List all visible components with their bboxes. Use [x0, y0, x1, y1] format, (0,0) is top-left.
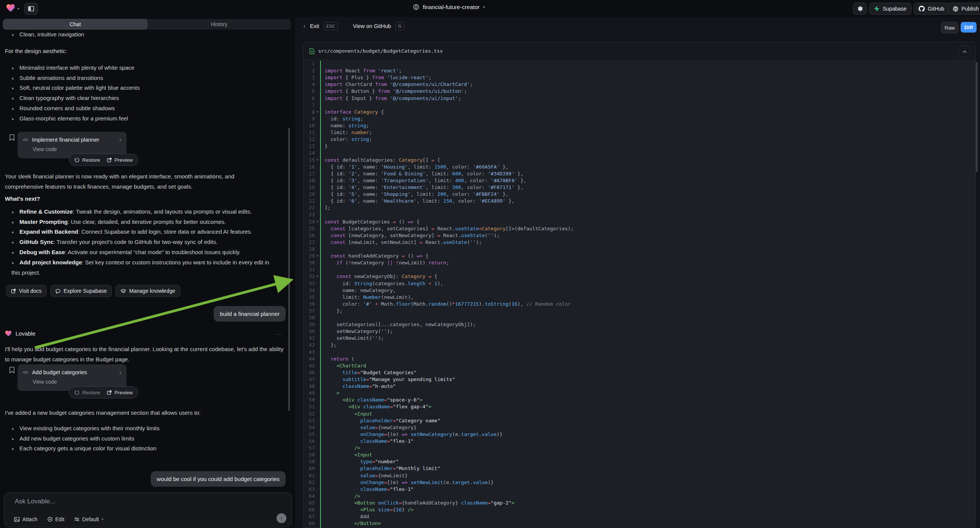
fold-gutter	[315, 445, 320, 452]
code-scrollbar[interactable]	[976, 62, 978, 172]
restore-button[interactable]: Restore	[75, 157, 100, 163]
fold-gutter	[315, 342, 320, 348]
bullet-dot: ●	[11, 436, 14, 442]
code-lines: 12import React from 'react';3import { Pl…	[304, 60, 975, 527]
chevron-up-icon	[963, 50, 967, 53]
list-item: ●View existing budget categories with th…	[11, 423, 279, 434]
bookmark-icon[interactable]	[9, 367, 15, 374]
tab-chat[interactable]: Chat	[3, 19, 147, 30]
supabase-button[interactable]: Supabase	[869, 3, 912, 15]
collapse-button[interactable]	[959, 46, 970, 57]
code-text: <Plus size={16} />	[320, 506, 414, 513]
code-line: 14	[304, 149, 975, 156]
line-number: 25	[304, 225, 315, 232]
fold-gutter	[315, 396, 320, 403]
restore-button[interactable]: Restore	[75, 390, 100, 396]
view-code-link[interactable]: View code	[18, 375, 127, 385]
fold-arrow-icon[interactable]: ▼	[315, 157, 320, 164]
line-number: 13	[304, 143, 315, 149]
fold-arrow-icon[interactable]: ▼	[315, 253, 320, 259]
line-number: 52	[304, 410, 315, 417]
line-number: 19	[304, 184, 315, 191]
mode-select[interactable]: Default ▾	[74, 516, 103, 522]
fold-gutter	[315, 266, 320, 273]
line-number: 56	[304, 438, 315, 445]
settings-button[interactable]	[853, 3, 867, 15]
list-item: ●GitHub Sync: Transfer your project's co…	[11, 237, 279, 248]
chat-scrollbar[interactable]	[288, 128, 290, 411]
message-menu-button[interactable]: …	[276, 329, 282, 336]
send-button[interactable]: ↑	[277, 513, 286, 523]
globe-icon	[953, 6, 958, 12]
code-text: />	[320, 493, 360, 499]
preview-button[interactable]: Preview	[107, 157, 133, 163]
raw-toggle-button[interactable]: Raw	[941, 22, 958, 33]
code-scroll-area[interactable]: 12import React from 'react';3import { Pl…	[304, 60, 975, 528]
fold-gutter	[315, 308, 320, 314]
line-number: 44	[304, 356, 315, 363]
preview-button[interactable]: Preview	[107, 390, 133, 396]
fold-arrow-icon[interactable]: ▼	[315, 109, 320, 116]
code-text: limit: number;	[320, 129, 372, 136]
code-text: import { Plus } from 'lucide-react';	[320, 74, 431, 81]
code-line: 35 limit: Number(newLimit),	[304, 294, 975, 301]
code-line: 55 onChange={(e) => setNewCategory(e.tar…	[304, 431, 975, 438]
fold-gutter	[315, 458, 320, 465]
bookmark-icon[interactable]	[9, 134, 15, 141]
publish-button[interactable]: Publish	[948, 3, 980, 15]
code-icon: <>	[23, 137, 28, 142]
chevron-down-icon[interactable]: ▾	[18, 6, 19, 11]
back-chevron-icon[interactable]: ‹	[304, 23, 305, 30]
visit-docs-button[interactable]: Visit docs	[6, 285, 46, 297]
code-line: 68 </Button>	[304, 520, 975, 527]
fold-gutter	[315, 95, 320, 102]
project-switcher[interactable]: financial-future-creator ▾	[413, 4, 485, 10]
fold-gutter	[315, 349, 320, 356]
code-line: 57 />	[304, 445, 975, 452]
sidebar-toggle-button[interactable]	[24, 3, 38, 15]
lovable-logo[interactable]	[6, 4, 15, 12]
code-viewer-panel: ‹ Exit ESC View on GitHub G Raw Diff src…	[295, 17, 980, 528]
view-on-github-button[interactable]: View on GitHub	[353, 23, 391, 29]
esc-kbd-badge: ESC	[324, 22, 338, 30]
chevron-right-icon: ›	[119, 369, 121, 375]
code-text: subtitle="Manage your spending limits"	[320, 376, 455, 383]
code-text: setNewCategory('');	[320, 328, 393, 335]
list-item: ●Master Prompting: Use clear, detailed, …	[11, 217, 279, 227]
fold-arrow-icon[interactable]: ▼	[315, 219, 320, 225]
project-name: financial-future-creator	[423, 4, 480, 10]
code-line: 17 { id: '2', name: 'Food & Dining', lim…	[304, 170, 975, 177]
code-text: limit: Number(newLimit),	[320, 294, 414, 301]
line-number: 20	[304, 191, 315, 198]
attach-button[interactable]: Attach	[14, 516, 38, 522]
github-button[interactable]: GitHub	[914, 3, 949, 15]
explore-supabase-button[interactable]: Explore Supabase	[50, 285, 112, 297]
fold-gutter	[315, 452, 320, 458]
list-item: ●Debug with Ease: Activate our experimen…	[11, 247, 279, 258]
code-text: const handleAddCategory = () => {	[320, 253, 428, 259]
file-header[interactable]: src/components/budget/BudgetCategories.t…	[304, 42, 975, 60]
code-text: const [categories, setCategories] = Reac…	[320, 225, 574, 232]
code-line: 29▼ const handleAddCategory = () => {	[304, 253, 975, 259]
code-line: 59 type="number"	[304, 458, 975, 465]
fold-gutter	[315, 383, 320, 390]
ask-lovable-input[interactable]	[14, 497, 243, 506]
line-number: 43	[304, 349, 315, 356]
fold-gutter	[315, 369, 320, 376]
code-text: <Input	[320, 452, 372, 458]
code-line: 15▼const defaultCategories: Category[] =…	[304, 157, 975, 164]
edit-button[interactable]: Edit	[47, 516, 64, 522]
code-text: placeholder="Monthly limit"	[320, 465, 440, 472]
code-line: 7	[304, 102, 975, 109]
line-number: 4	[304, 81, 315, 88]
code-text: const BudgetCategories = () => {	[320, 219, 419, 225]
view-code-link[interactable]: View code	[18, 143, 127, 152]
fold-arrow-icon[interactable]: ▼	[315, 273, 320, 280]
line-number: 40	[304, 328, 315, 335]
manage-knowledge-button[interactable]: Manage knowledge	[116, 285, 180, 297]
exit-button[interactable]: Exit	[310, 23, 319, 29]
tab-history[interactable]: History	[147, 19, 291, 30]
code-line: 67 Add	[304, 513, 975, 520]
diff-toggle-button[interactable]: Diff	[961, 22, 977, 33]
restore-preview-pill: Restore Preview	[69, 386, 138, 398]
